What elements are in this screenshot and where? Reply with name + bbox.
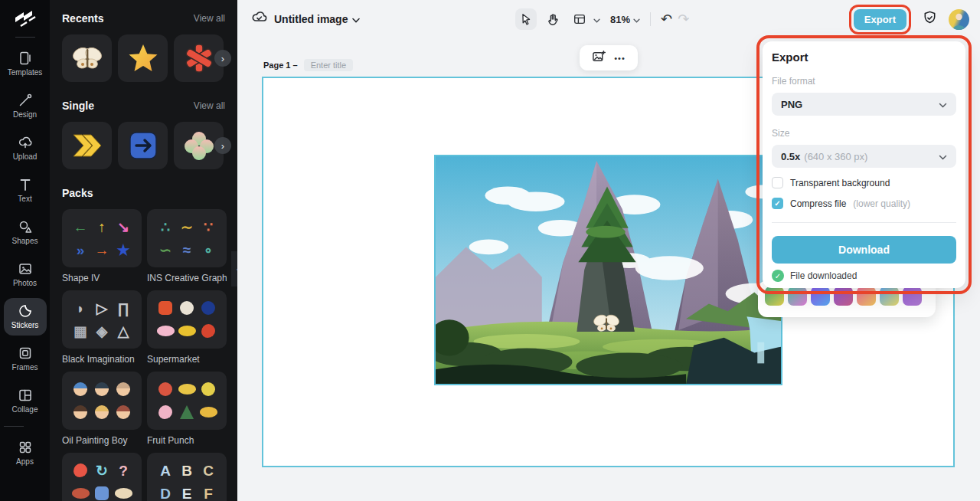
sidebar-item-label: Design: [13, 110, 37, 119]
sidebar-item-text[interactable]: Text: [4, 172, 47, 209]
export-button[interactable]: Export: [854, 9, 906, 30]
pack-thumbnail: [62, 372, 142, 430]
gradient-swatch[interactable]: [765, 287, 784, 306]
sidebar-item-upload[interactable]: Upload: [4, 129, 47, 167]
check-circle-icon: ✓: [772, 270, 784, 282]
sidebar-item-templates[interactable]: Templates: [4, 45, 47, 83]
chevrons-sticker[interactable]: [62, 122, 112, 169]
page-mini-toolbar: •••: [580, 45, 638, 70]
pack-mini: △: [118, 324, 129, 339]
sidebar-item-label: Photos: [13, 279, 37, 287]
shapes-icon: [18, 219, 33, 234]
hand-tool-button[interactable]: [542, 8, 564, 30]
size-detail: (640 x 360 px): [804, 151, 867, 162]
pack-mini: C: [203, 463, 214, 478]
pack-mini: F: [204, 486, 213, 501]
sidebar-item-apps[interactable]: Apps: [4, 434, 47, 472]
layout-menu-chevron-icon[interactable]: [593, 12, 600, 26]
sidebar-item-stickers[interactable]: Stickers: [4, 298, 47, 336]
pack-mini: ∼: [181, 220, 193, 234]
capcut-logo[interactable]: [12, 8, 38, 31]
download-status-text: File downloaded: [790, 270, 857, 281]
pack-mini: [178, 326, 196, 336]
cursor-tool-button[interactable]: [515, 8, 537, 30]
compress-file-checkbox[interactable]: ✓: [772, 198, 783, 209]
gradient-swatch[interactable]: [811, 287, 830, 306]
sidebar-item-design[interactable]: Design: [4, 87, 47, 125]
pack-mini: [180, 405, 194, 419]
gradient-swatch[interactable]: [788, 287, 807, 306]
shield-check-icon[interactable]: [922, 10, 938, 29]
pack-mini: [74, 382, 87, 396]
pack-black-imagination[interactable]: ◗▷∏▦◈△Black Imagination: [62, 290, 142, 365]
transparent-background-checkbox[interactable]: [772, 177, 783, 188]
pack-mini: ?: [119, 463, 128, 478]
arrow-button-sticker[interactable]: [118, 122, 168, 169]
redo-button[interactable]: ↷: [678, 12, 689, 26]
gradient-swatch[interactable]: [834, 287, 853, 306]
pack-mini: [201, 382, 215, 396]
pack-mini: ∵: [204, 220, 213, 234]
view-all-link[interactable]: View all: [194, 100, 225, 111]
pack-supermarket[interactable]: Supermarket: [147, 290, 227, 365]
section-title: Packs: [62, 187, 93, 199]
page-title-input[interactable]: Enter title: [304, 59, 353, 71]
pack-shape-iv[interactable]: ←↑↘»→★Shape IV: [62, 209, 142, 283]
pack-mini: ↻: [96, 463, 108, 478]
landscape-artwork: [436, 156, 781, 384]
page-label: Page 1 –: [263, 61, 298, 70]
pack-thumbnail: ◗▷∏▦◈△: [62, 290, 142, 349]
zoom-menu-chevron-icon[interactable]: [633, 12, 640, 26]
zoom-level[interactable]: 81%: [610, 14, 630, 25]
sidebar-item-collage[interactable]: Collage: [4, 382, 47, 420]
photos-icon: [18, 261, 33, 277]
pack-item[interactable]: ABCDEF: [147, 453, 227, 501]
page-label-row: Page 1 – Enter title: [263, 59, 353, 71]
gradient-swatch[interactable]: [857, 287, 876, 306]
sticker-tile-row: ›: [50, 122, 237, 169]
pack-mini: [116, 405, 130, 419]
gradient-swatch[interactable]: [880, 287, 899, 306]
pack-ins-creative-graphics[interactable]: ∴∼∵∽≈∘INS Creative Graphics: [147, 209, 227, 283]
avatar[interactable]: [949, 9, 969, 30]
chevron-right-icon[interactable]: ›: [214, 137, 231, 154]
sidebar-item-photos[interactable]: Photos: [4, 256, 47, 293]
pack-fruit-punch[interactable]: Fruit Punch: [147, 372, 227, 446]
export-annotation-ring: Export: [849, 5, 911, 34]
file-format-select[interactable]: PNG: [772, 93, 956, 116]
design-icon: [18, 93, 33, 108]
pack-mini: [95, 405, 109, 419]
sidebar-item-frames[interactable]: Frames: [4, 340, 47, 378]
pack-mini: D: [160, 486, 171, 501]
gradient-swatch[interactable]: [903, 287, 922, 306]
document-title[interactable]: Untitled image: [274, 13, 348, 25]
more-options-button[interactable]: •••: [614, 54, 626, 63]
sidebar-item-shapes[interactable]: Shapes: [4, 214, 47, 251]
pack-item[interactable]: ↻?: [62, 453, 142, 501]
transparent-background-checkbox-row[interactable]: Transparent background: [772, 177, 956, 188]
sticker-tile-row: ›: [50, 34, 237, 82]
download-button[interactable]: Download: [772, 236, 956, 264]
pack-mini: [200, 407, 217, 418]
canvas-image[interactable]: [434, 155, 782, 385]
pack-name: Shape IV: [62, 273, 142, 283]
pack-oil-painting-boy[interactable]: Oil Painting Boy: [62, 372, 142, 446]
file-format-label: File format: [772, 76, 956, 87]
undo-button[interactable]: ↶: [661, 12, 672, 26]
star-sticker[interactable]: [118, 34, 168, 82]
layout-tool-button[interactable]: [569, 8, 590, 30]
panel-collapse-handle[interactable]: ‹: [231, 251, 237, 287]
title-menu-chevron-icon[interactable]: [352, 12, 360, 26]
compress-file-checkbox-row[interactable]: ✓ Compress file (lower quality): [772, 198, 956, 209]
chevron-right-icon[interactable]: ›: [214, 50, 231, 67]
popup-divider: [772, 222, 956, 223]
size-select[interactable]: 0.5x (640 x 360 px): [772, 145, 956, 168]
add-image-icon[interactable]: [592, 50, 606, 67]
sidebar-item-label: Shapes: [12, 237, 38, 245]
pack-mini: ▷: [96, 301, 108, 316]
download-status: ✓ File downloaded: [772, 270, 956, 282]
butterfly-sticker[interactable]: [62, 34, 112, 82]
view-all-link[interactable]: View all: [194, 13, 225, 24]
pack-mini: ◗: [76, 301, 84, 316]
pack-mini: [158, 301, 172, 315]
